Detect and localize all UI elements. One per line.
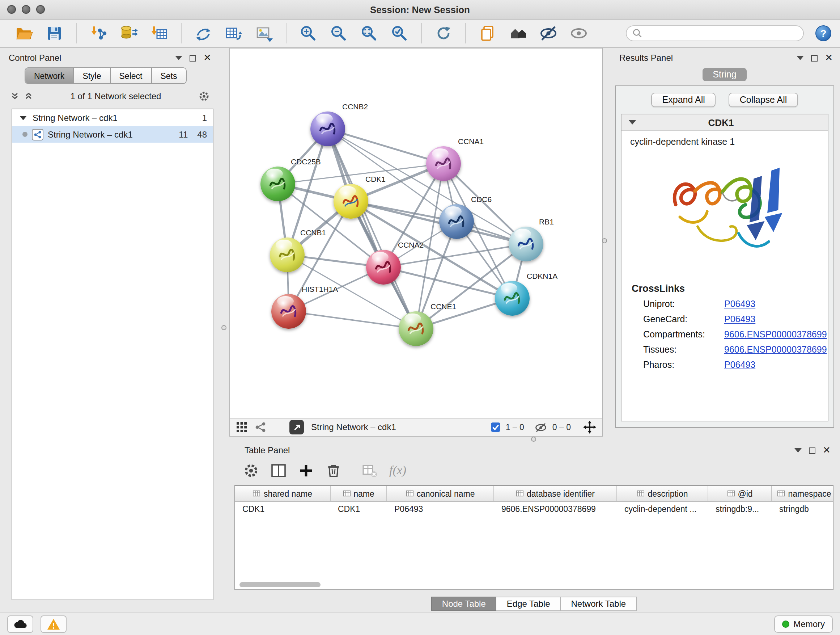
network-node-cdc6[interactable] xyxy=(439,204,474,239)
show-all-button[interactable] xyxy=(567,22,591,45)
column-header-canonical-name[interactable]: canonical name xyxy=(387,486,494,501)
export-image-button[interactable] xyxy=(253,22,276,45)
search-input[interactable] xyxy=(646,27,797,39)
float-panel-icon[interactable] xyxy=(189,55,196,61)
crosslink-link[interactable]: P06493 xyxy=(724,297,755,312)
splitter-handle[interactable] xyxy=(531,437,536,442)
network-node-ccnb1[interactable] xyxy=(270,238,305,272)
warnings-button[interactable] xyxy=(41,616,66,633)
tab-style[interactable]: Style xyxy=(74,68,111,83)
create-column-plus-icon[interactable] xyxy=(298,463,314,478)
share-view-icon[interactable] xyxy=(255,421,266,433)
network-node-ccna2[interactable] xyxy=(366,250,401,285)
delete-column-trash-icon[interactable] xyxy=(325,463,341,478)
node-label-ccnb2: CCNB2 xyxy=(342,102,368,111)
column-header-database-identifier[interactable]: database identifier xyxy=(494,486,617,501)
cell-description[interactable]: cyclin-dependent ... xyxy=(617,502,708,516)
zoom-out-button[interactable] xyxy=(327,22,350,45)
import-table-from-file-button[interactable] xyxy=(148,22,171,45)
network-node-ccna1[interactable] xyxy=(426,146,461,181)
cell--id[interactable]: stringdb:9... xyxy=(708,502,772,516)
tab-edge-table[interactable]: Edge Table xyxy=(497,597,561,611)
import-network-from-database-button[interactable] xyxy=(117,22,141,45)
zoom-fit-button[interactable] xyxy=(357,22,381,45)
crosslink-link[interactable]: 9606.ENSP00000378699 xyxy=(724,342,827,358)
column-header--id[interactable]: @id xyxy=(708,486,772,501)
network-node-cdkn1a[interactable] xyxy=(495,281,530,316)
crosslink-link[interactable]: P06493 xyxy=(724,312,755,327)
tab-network-table[interactable]: Network Table xyxy=(561,597,637,611)
crosslink-link[interactable]: P06493 xyxy=(724,358,755,373)
gear-icon[interactable] xyxy=(198,90,210,102)
collapse-panel-icon[interactable] xyxy=(175,56,182,60)
network-node-ccne1[interactable] xyxy=(399,311,433,346)
expand-all-icon[interactable] xyxy=(10,92,19,101)
network-node-ccnb2[interactable] xyxy=(310,111,345,146)
network-node-cdk1[interactable] xyxy=(333,184,368,219)
network-collection-row[interactable]: String Network – cdk1 1 xyxy=(12,109,213,126)
cell-shared-name[interactable]: CDK1 xyxy=(235,502,331,516)
network-row-selected[interactable]: String Network – cdk1 11 48 xyxy=(12,126,213,143)
tab-select[interactable]: Select xyxy=(111,68,152,83)
detach-view-button[interactable] xyxy=(289,420,304,434)
table-panel-title: Table Panel xyxy=(245,445,290,455)
protein-structure-glyph xyxy=(514,232,538,256)
disclosure-triangle-icon[interactable] xyxy=(19,116,27,120)
copy-document-button[interactable] xyxy=(476,22,499,45)
cell-name[interactable]: CDK1 xyxy=(331,502,387,516)
horizontal-scrollbar[interactable] xyxy=(240,582,321,587)
column-header-namespace[interactable]: namespace xyxy=(772,486,834,501)
collapse-panel-icon[interactable] xyxy=(794,448,802,453)
hidden-eye-slash-icon[interactable] xyxy=(535,422,547,432)
network-view[interactable]: CCNB2CCNA1CDC25BCDK1CDC6RB1CCNB1CCNA2CDK… xyxy=(229,48,603,437)
close-panel-icon[interactable]: ✕ xyxy=(825,54,833,62)
birdseye-move-icon[interactable] xyxy=(583,421,596,434)
column-header-description[interactable]: description xyxy=(617,486,708,501)
table-row[interactable]: CDK1CDK1P064939606.ENSP00000378699cyclin… xyxy=(235,502,833,516)
export-table-button[interactable] xyxy=(222,22,245,45)
splitter-handle[interactable] xyxy=(602,238,607,243)
add-column-icon[interactable] xyxy=(271,463,286,478)
cell-namespace[interactable]: stringdb xyxy=(772,502,834,516)
search-field[interactable] xyxy=(626,25,804,41)
float-panel-icon[interactable] xyxy=(809,447,815,454)
expand-all-button[interactable]: Expand All xyxy=(652,93,716,107)
tab-network[interactable]: Network xyxy=(25,68,74,83)
open-session-button[interactable] xyxy=(12,22,35,45)
zoom-selected-button[interactable] xyxy=(388,22,411,45)
hide-selected-button[interactable] xyxy=(537,22,560,45)
function-builder-button[interactable]: f(x) xyxy=(389,463,406,478)
close-panel-icon[interactable]: ✕ xyxy=(823,447,831,454)
collapse-all-button[interactable]: Collapse All xyxy=(729,93,798,107)
collapse-panel-icon[interactable] xyxy=(797,56,804,60)
export-network-button[interactable] xyxy=(192,22,215,45)
zoom-in-button[interactable] xyxy=(297,22,320,45)
grid-view-icon[interactable] xyxy=(236,421,248,433)
cell-canonical-name[interactable]: P06493 xyxy=(387,502,494,516)
splitter-handle[interactable] xyxy=(221,325,226,330)
import-network-from-file-button[interactable] xyxy=(87,22,110,45)
crosslink-link[interactable]: 9606.ENSP00000378699 xyxy=(724,327,827,342)
column-header-shared-name[interactable]: shared name xyxy=(235,486,331,501)
tab-string[interactable]: String xyxy=(703,68,746,81)
table-settings-gear-icon[interactable] xyxy=(243,463,259,478)
save-session-button[interactable] xyxy=(43,22,66,45)
network-canvas[interactable]: CCNB2CCNA1CDC25BCDK1CDC6RB1CCNB1CCNA2CDK… xyxy=(230,49,602,417)
tab-sets[interactable]: Sets xyxy=(152,68,186,83)
network-node-rb1[interactable] xyxy=(508,226,543,261)
network-node-cdc25b[interactable] xyxy=(261,166,295,201)
refresh-view-button[interactable] xyxy=(432,22,455,45)
cloud-status-button[interactable] xyxy=(7,616,33,633)
tab-node-table[interactable]: Node Table xyxy=(431,597,497,611)
cell-database-identifier[interactable]: 9606.ENSP00000378699 xyxy=(494,502,617,516)
collapse-all-icon[interactable] xyxy=(24,92,33,101)
memory-button[interactable]: Memory xyxy=(774,616,833,633)
neighborhood-button[interactable] xyxy=(507,22,530,45)
help-button[interactable]: ? xyxy=(815,25,831,41)
close-panel-icon[interactable]: ✕ xyxy=(203,54,211,62)
column-header-name[interactable]: name xyxy=(331,486,387,501)
network-node-hist1h1a[interactable] xyxy=(271,294,306,329)
selected-checkbox-icon[interactable] xyxy=(491,422,501,432)
float-panel-icon[interactable] xyxy=(811,55,818,61)
collapse-entry-icon[interactable] xyxy=(629,120,636,125)
